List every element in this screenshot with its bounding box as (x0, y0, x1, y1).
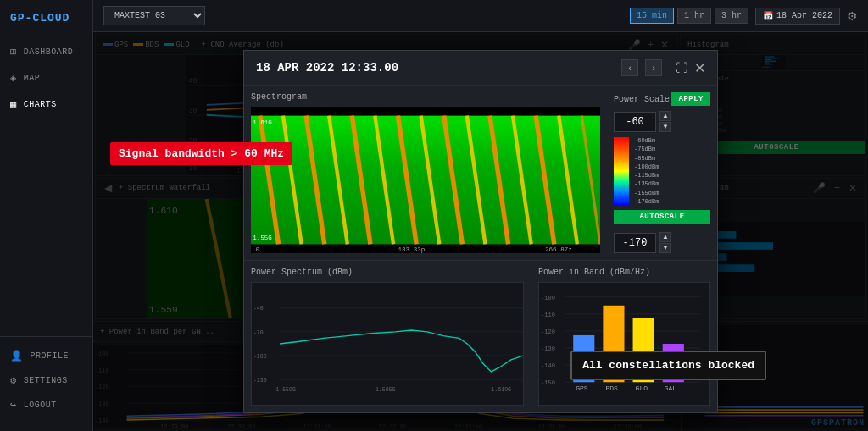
modal-fullscreen-btn[interactable]: ⛶ (676, 61, 687, 75)
time-btn-1hr[interactable]: 1 hr (677, 8, 711, 24)
sidebar: GP-CLOUD ⊞ DASHBOARD ◈ MAP ▦ CHARTS 👤 PR… (0, 0, 93, 431)
svg-text:-100: -100 (253, 354, 267, 360)
svg-text:1.559G: 1.559G (275, 387, 296, 393)
sidebar-item-label: MAP (24, 74, 41, 83)
power-in-band-section: Power in Band (dBm/Hz) (531, 261, 717, 412)
sidebar-item-dashboard[interactable]: ⊞ DASHBOARD (0, 40, 92, 64)
bottom-power-down[interactable]: ▼ (659, 243, 671, 253)
modal-close-btn[interactable]: ✕ (694, 60, 705, 76)
svg-text:GLO: GLO (636, 384, 648, 392)
spectrogram-title: Spectrogram (251, 92, 600, 102)
svg-rect-95 (252, 292, 523, 395)
sidebar-item-logout[interactable]: ↪ LOGOUT (0, 393, 92, 417)
map-icon: ◈ (10, 72, 17, 85)
power-spectrum-title: Power Spectrum (dBm) (251, 268, 524, 277)
svg-text:-40: -40 (253, 306, 264, 312)
scale-lbl-5: -135dBm (634, 180, 710, 187)
svg-text:BDS: BDS (605, 384, 618, 392)
sidebar-item-label: DASHBOARD (24, 47, 74, 57)
scale-lbl-2: -85dBm (634, 155, 710, 162)
svg-text:-150: -150 (541, 379, 555, 386)
top-power-input: ▲ ▼ (614, 111, 710, 132)
colorscale-container: -60dBm -75dBm -85dBm -100dBm -115dBm -13… (614, 137, 710, 205)
device-select[interactable]: MAXTEST 03 (103, 6, 205, 25)
sidebar-label-profile: PROFILE (31, 351, 70, 361)
bottom-power-value[interactable] (614, 233, 656, 253)
modal-bottom-row: Power Spectrum (dBm) -40 (244, 260, 717, 412)
sidebar-item-map[interactable]: ◈ MAP (0, 66, 92, 91)
power-spectrum-svg: -40 -70 -100 -130 1.559G 1.565G 1.619G (252, 283, 523, 405)
signal-bandwidth-text: Signal bandwidth > 60 MHz (119, 147, 284, 160)
power-spectrum-section: Power Spectrum (dBm) -40 (244, 261, 531, 412)
svg-text:-130: -130 (253, 378, 267, 384)
spectrogram-chart: 1.61G 1.55G 0 133.33p 266.87z (251, 107, 600, 253)
sidebar-nav: ⊞ DASHBOARD ◈ MAP ▦ CHARTS (0, 33, 92, 336)
top-power-up[interactable]: ▲ (659, 111, 671, 121)
dashboard-icon: ⊞ (10, 46, 17, 58)
top-power-spinner: ▲ ▼ (659, 111, 671, 132)
modal-top-row: Spectrogram (244, 86, 717, 260)
svg-text:GAL: GAL (665, 384, 677, 392)
power-in-band-title: Power in Band (dBm/Hz) (538, 268, 710, 277)
modal-prev-btn[interactable]: ‹ (621, 59, 638, 76)
scale-lbl-7: -170dBm (634, 198, 710, 205)
power-in-band-svg: -100 -110 -120 -130 -140 -150 (539, 283, 709, 405)
power-scale-section: Power Scale APPLY ▲ ▼ (607, 86, 717, 260)
all-constellations-text: All constellations blocked (582, 359, 754, 372)
modal-title: 18 APR 2022 12:33.00 (256, 61, 615, 75)
svg-text:-120: -120 (541, 329, 555, 335)
svg-text:-110: -110 (541, 312, 555, 318)
sidebar-label-settings: SETTINGS (24, 376, 68, 385)
svg-text:1.619G: 1.619G (491, 387, 511, 393)
spectrogram-svg: 1.61G 1.55G 0 133.33p 266.87z (251, 107, 600, 253)
svg-text:-100: -100 (541, 295, 555, 301)
sidebar-label-logout: LOGOUT (24, 401, 57, 410)
top-power-down[interactable]: ▼ (659, 122, 671, 132)
svg-text:1.61G: 1.61G (253, 119, 272, 126)
scale-lbl-1: -75dBm (634, 146, 710, 152)
svg-text:-130: -130 (541, 345, 555, 352)
scale-lbl-3: -100dBm (634, 163, 710, 170)
time-controls: 15 min 1 hr 3 hr (630, 8, 748, 24)
scale-lbl-0: -60dBm (634, 137, 710, 144)
scale-lbl-6: -155dBm (634, 190, 710, 196)
time-btn-15min[interactable]: 15 min (630, 8, 674, 24)
topbar: MAXTEST 03 15 min 1 hr 3 hr 📅 18 Apr 202… (93, 0, 868, 32)
all-constellations-callout: All constellations blocked (570, 351, 766, 380)
sidebar-bottom: 👤 PROFILE ⚙ SETTINGS ↪ LOGOUT (0, 336, 92, 431)
svg-text:-70: -70 (253, 330, 264, 336)
gear-button[interactable]: ⚙ (847, 9, 858, 23)
svg-text:133.33p: 133.33p (398, 246, 425, 253)
profile-icon: 👤 (10, 350, 24, 362)
date-value: 18 Apr 2022 (776, 11, 832, 20)
svg-text:0: 0 (255, 246, 259, 253)
svg-text:1.565G: 1.565G (376, 387, 396, 393)
spectrogram-section: Spectrogram (244, 86, 607, 260)
top-power-value[interactable] (614, 112, 656, 132)
time-btn-3hr[interactable]: 3 hr (715, 8, 748, 24)
apply-button[interactable]: APPLY (671, 92, 710, 106)
app-logo: GP-CLOUD (0, 0, 92, 33)
power-spectrum-chart: -40 -70 -100 -130 1.559G 1.565G 1.619G (251, 282, 524, 406)
svg-text:266.87z: 266.87z (545, 246, 572, 253)
logout-icon: ↪ (10, 399, 17, 412)
svg-text:1.55G: 1.55G (253, 235, 272, 241)
bottom-power-up[interactable]: ▲ (659, 232, 671, 242)
calendar-icon: 📅 (763, 11, 773, 21)
scale-lbl-4: -115dBm (634, 172, 710, 179)
autoscale-button[interactable]: AUTOSCALE (614, 210, 710, 224)
scale-labels-list: -60dBm -75dBm -85dBm -100dBm -115dBm -13… (634, 137, 710, 205)
settings-icon: ⚙ (10, 374, 17, 387)
sidebar-item-charts[interactable]: ▦ CHARTS (0, 92, 92, 117)
sidebar-item-profile[interactable]: 👤 PROFILE (0, 344, 92, 368)
topbar-right: 15 min 1 hr 3 hr 📅 18 Apr 2022 ⚙ (630, 8, 858, 25)
main-content: MAXTEST 03 15 min 1 hr 3 hr 📅 18 Apr 202… (93, 0, 868, 431)
sidebar-item-settings[interactable]: ⚙ SETTINGS (0, 368, 92, 393)
modal-next-btn[interactable]: › (645, 59, 662, 76)
svg-text:GPS: GPS (576, 384, 588, 392)
bottom-power-input: ▲ ▼ (614, 232, 710, 253)
sidebar-item-label: CHARTS (24, 100, 57, 109)
date-display: 📅 18 Apr 2022 (755, 8, 840, 25)
signal-bandwidth-callout: Signal bandwidth > 60 MHz (110, 142, 292, 165)
svg-text:-140: -140 (541, 362, 555, 369)
